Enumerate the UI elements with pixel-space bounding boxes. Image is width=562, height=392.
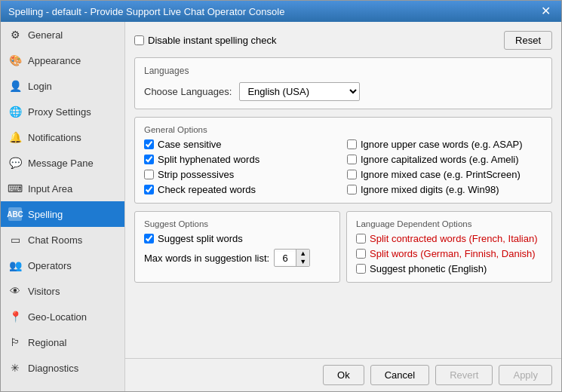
sidebar-item-label-input-area: Input Area bbox=[28, 183, 72, 194]
sidebar-item-label-diagnostics: Diagnostics bbox=[28, 363, 78, 374]
cancel-button[interactable]: Cancel bbox=[370, 365, 429, 385]
sidebar-item-message-pane[interactable]: 💬Message Pane bbox=[1, 150, 124, 176]
main-panel: Disable instant spelling check Reset Lan… bbox=[125, 22, 561, 358]
check-repeated-label[interactable]: Check repeated words bbox=[144, 184, 339, 195]
lang-dep-legend: Language Dependent Options bbox=[356, 219, 542, 228]
sidebar-item-input-area[interactable]: ⌨Input Area bbox=[1, 176, 124, 201]
top-row: Disable instant spelling check Reset bbox=[134, 31, 552, 50]
ignore-capitalized-checkbox[interactable] bbox=[347, 155, 357, 164]
suggest-split-words-checkbox[interactable] bbox=[144, 234, 154, 243]
split-contracted-label[interactable]: Split contracted words (French, Italian) bbox=[356, 233, 542, 244]
close-button[interactable]: ✕ bbox=[538, 5, 554, 17]
suggest-options-legend: Suggest Options bbox=[144, 219, 330, 228]
lang-dep-options-list: Split contracted words (French, Italian)… bbox=[356, 233, 542, 274]
sidebar-item-label-regional: Regional bbox=[28, 337, 66, 348]
ignore-mixed-case-checkbox[interactable] bbox=[347, 170, 357, 179]
content-area: ⚙General🎨Appearance👤Login🌐Proxy Settings… bbox=[1, 22, 561, 391]
sidebar-item-label-message-pane: Message Pane bbox=[28, 158, 94, 169]
suggest-phonetic-label[interactable]: Suggest phonetic (English) bbox=[356, 263, 542, 274]
spelling-icon: ABC bbox=[8, 207, 22, 221]
max-words-input[interactable] bbox=[275, 252, 296, 265]
case-sensitive-label[interactable]: Case sensitive bbox=[144, 139, 339, 150]
message-pane-icon: 💬 bbox=[8, 156, 22, 170]
title-bar: Spelling - default - Provide Support Liv… bbox=[1, 1, 561, 22]
notifications-icon: 🔔 bbox=[8, 130, 22, 144]
general-icon: ⚙ bbox=[8, 28, 22, 41]
sidebar-item-login[interactable]: 👤Login bbox=[1, 73, 124, 99]
spinbox-buttons: ▲ ▼ bbox=[296, 250, 309, 266]
spinbox-down-button[interactable]: ▼ bbox=[296, 258, 309, 266]
general-options-legend: General Options bbox=[144, 125, 542, 134]
languages-legend: Languages bbox=[144, 66, 542, 76]
ignore-mixed-case-label[interactable]: Ignore mixed case (e.g. PrintScreen) bbox=[347, 169, 542, 180]
sidebar-item-appearance[interactable]: 🎨Appearance bbox=[1, 47, 124, 73]
visitors-icon: 👁 bbox=[8, 284, 22, 298]
sidebar-item-label-spelling: Spelling bbox=[28, 209, 63, 220]
sidebar-item-diagnostics[interactable]: ✳Diagnostics bbox=[1, 355, 124, 381]
window-title: Spelling - default - Provide Support Liv… bbox=[8, 6, 284, 17]
sidebar-item-label-geo-location: Geo-Location bbox=[28, 311, 87, 323]
split-words-lang-checkbox[interactable] bbox=[356, 249, 366, 259]
diagnostics-icon: ✳ bbox=[8, 361, 22, 375]
suggest-options-section: Suggest Options Suggest split words Max … bbox=[134, 211, 340, 283]
sidebar-item-label-operators: Operators bbox=[28, 260, 72, 271]
general-options-section: General Options Case sensitive Split hyp… bbox=[134, 117, 552, 204]
max-words-spinbox[interactable]: ▲ ▼ bbox=[274, 249, 310, 267]
languages-row: Choose Languages: English (USA) bbox=[144, 82, 542, 101]
sidebar-item-label-visitors: Visitors bbox=[28, 286, 60, 297]
footer-buttons: Ok Cancel Revert Apply bbox=[125, 358, 561, 391]
sidebar-item-operators[interactable]: 👥Operators bbox=[1, 253, 124, 278]
sidebar-item-label-general: General bbox=[28, 29, 63, 41]
apply-button[interactable]: Apply bbox=[499, 365, 552, 385]
case-sensitive-checkbox[interactable] bbox=[144, 139, 154, 149]
language-select[interactable]: English (USA) bbox=[239, 82, 360, 101]
sidebar-item-visitors[interactable]: 👁Visitors bbox=[1, 278, 124, 304]
ok-button[interactable]: Ok bbox=[323, 365, 364, 385]
split-hyphenated-checkbox[interactable] bbox=[144, 155, 154, 164]
sidebar-item-label-notifications: Notifications bbox=[28, 132, 81, 143]
sidebar-item-spelling[interactable]: ABCSpelling bbox=[1, 201, 124, 227]
sidebar-item-label-appearance: Appearance bbox=[28, 55, 81, 66]
split-words-lang-label[interactable]: Split words (German, Finnish, Danish) bbox=[356, 248, 542, 259]
proxy-settings-icon: 🌐 bbox=[8, 105, 22, 118]
spinbox-up-button[interactable]: ▲ bbox=[296, 250, 309, 258]
main-window: Spelling - default - Provide Support Liv… bbox=[0, 0, 562, 392]
ignore-upper-case-label[interactable]: Ignore upper case words (e.g. ASAP) bbox=[347, 139, 542, 150]
sidebar-item-label-proxy-settings: Proxy Settings bbox=[28, 106, 91, 118]
lang-dep-options-section: Language Dependent Options Split contrac… bbox=[346, 211, 552, 283]
sidebar-item-notifications[interactable]: 🔔Notifications bbox=[1, 124, 124, 150]
sidebar-item-regional[interactable]: 🏳Regional bbox=[1, 329, 124, 355]
languages-section: Languages Choose Languages: English (USA… bbox=[134, 57, 552, 109]
sidebar-item-chat-rooms[interactable]: ▭Chat Rooms bbox=[1, 227, 124, 253]
input-area-icon: ⌨ bbox=[8, 182, 22, 195]
sidebar: ⚙General🎨Appearance👤Login🌐Proxy Settings… bbox=[1, 22, 125, 391]
split-hyphenated-label[interactable]: Split hyphenated words bbox=[144, 154, 339, 165]
appearance-icon: 🎨 bbox=[8, 54, 22, 67]
geo-location-icon: 📍 bbox=[8, 310, 22, 323]
revert-button[interactable]: Revert bbox=[435, 365, 493, 385]
sidebar-item-general[interactable]: ⚙General bbox=[1, 22, 124, 47]
operators-icon: 👥 bbox=[8, 259, 22, 272]
ignore-mixed-digits-checkbox[interactable] bbox=[347, 185, 357, 194]
sidebar-item-geo-location[interactable]: 📍Geo-Location bbox=[1, 304, 124, 329]
ignore-capitalized-label[interactable]: Ignore capitalized words (e.g. Ameli) bbox=[347, 154, 542, 165]
ignore-mixed-digits-label[interactable]: Ignore mixed digits (e.g. Win98) bbox=[347, 184, 542, 195]
strip-possessives-checkbox[interactable] bbox=[144, 170, 154, 179]
regional-icon: 🏳 bbox=[8, 335, 22, 349]
choose-languages-label: Choose Languages: bbox=[144, 86, 232, 97]
chat-rooms-icon: ▭ bbox=[8, 233, 22, 247]
general-options-right: Ignore upper case words (e.g. ASAP) Igno… bbox=[347, 139, 542, 195]
sidebar-item-label-chat-rooms: Chat Rooms bbox=[28, 234, 82, 246]
reset-button[interactable]: Reset bbox=[504, 31, 552, 50]
strip-possessives-label[interactable]: Strip possessives bbox=[144, 169, 339, 180]
ignore-upper-case-checkbox[interactable] bbox=[347, 139, 357, 149]
suggest-split-words-label[interactable]: Suggest split words bbox=[144, 233, 330, 244]
split-contracted-checkbox[interactable] bbox=[356, 234, 366, 243]
sidebar-item-proxy-settings[interactable]: 🌐Proxy Settings bbox=[1, 99, 124, 124]
check-repeated-checkbox[interactable] bbox=[144, 185, 154, 194]
suggest-phonetic-checkbox[interactable] bbox=[356, 264, 366, 274]
login-icon: 👤 bbox=[8, 79, 22, 93]
disable-instant-check-label[interactable]: Disable instant spelling check bbox=[134, 35, 277, 46]
disable-instant-check-checkbox[interactable] bbox=[134, 35, 144, 45]
max-words-label: Max words in suggestion list: bbox=[144, 253, 269, 264]
